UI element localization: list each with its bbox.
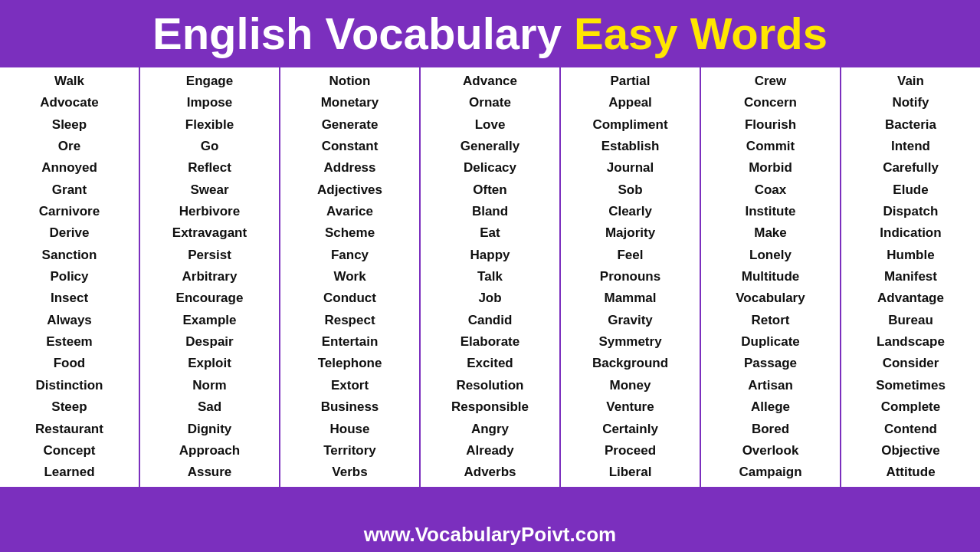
word-item: Elude	[890, 179, 931, 201]
word-item: Advantage	[874, 288, 947, 309]
title-white: English Vocabulary	[152, 8, 574, 58]
column-6: CrewConcernFlourishCommitMorbidCoaxInsti…	[701, 67, 841, 487]
word-item: Advance	[460, 71, 520, 92]
column-4: AdvanceOrnateLoveGenerallyDelicacyOftenB…	[421, 67, 561, 487]
word-item: Adjectives	[314, 179, 385, 201]
word-item: Mammal	[601, 288, 659, 309]
word-item: Love	[472, 114, 509, 136]
word-item: Approach	[176, 440, 243, 462]
word-item: Morbid	[746, 157, 795, 179]
word-item: Institute	[742, 201, 798, 222]
word-item: Happy	[467, 245, 513, 266]
word-item: Responsible	[448, 396, 532, 418]
word-item: Certainly	[599, 419, 661, 440]
word-item: Bored	[749, 419, 792, 440]
word-item: Bland	[469, 201, 511, 222]
word-item: Territory	[320, 440, 379, 462]
word-item: Respect	[321, 310, 378, 331]
word-item: Gravity	[605, 310, 656, 331]
word-item: House	[327, 419, 373, 440]
word-item: Consider	[880, 353, 942, 374]
word-item: Telephone	[315, 353, 385, 374]
word-item: Sometimes	[873, 375, 949, 396]
footer-url: www.VocabularyPoivt.com	[0, 523, 980, 547]
word-item: Exploit	[185, 353, 234, 374]
footer: www.VocabularyPoivt.com	[0, 517, 980, 552]
word-item: Pronouns	[597, 266, 664, 288]
word-item: Concern	[741, 92, 800, 113]
word-item: Retort	[748, 310, 792, 331]
word-item: Background	[589, 353, 671, 374]
word-item: Norm	[189, 375, 229, 396]
word-item: Derive	[47, 222, 93, 244]
word-item: Job	[475, 288, 504, 309]
word-item: Liberal	[606, 462, 655, 483]
word-item: Example	[180, 310, 240, 331]
word-item: Symmetry	[595, 331, 664, 353]
word-item: Clearly	[605, 201, 655, 222]
word-item: Sleep	[49, 114, 90, 136]
word-item: Candid	[465, 310, 516, 331]
word-item: Reflect	[185, 157, 234, 179]
word-item: Majority	[602, 222, 658, 244]
word-item: Flexible	[182, 114, 237, 136]
word-item: Engage	[183, 71, 236, 92]
word-item: Entertain	[319, 331, 382, 353]
word-item: Swear	[187, 179, 231, 201]
word-item: Bureau	[885, 310, 936, 331]
word-item: Fancy	[328, 245, 372, 266]
word-item: Intend	[888, 136, 933, 157]
column-2: EngageImposeFlexibleGoReflectSwearHerbiv…	[140, 67, 280, 487]
word-item: Persist	[185, 245, 234, 266]
word-item: Grant	[49, 179, 90, 201]
word-item: Generate	[319, 114, 382, 136]
word-item: Advocate	[37, 92, 102, 113]
word-grid: WalkAdvocateSleepOreAnnoyedGrantCarnivor…	[0, 65, 980, 487]
word-item: Campaign	[736, 462, 805, 483]
word-item: Passage	[741, 353, 800, 374]
column-5: PartialAppealComplimentEstablishJournalS…	[561, 67, 701, 487]
word-item: Lonely	[746, 245, 795, 266]
word-item: Resolution	[454, 375, 527, 396]
word-item: Journal	[604, 157, 657, 179]
word-item: Ore	[55, 136, 84, 157]
word-item: Make	[751, 222, 790, 244]
word-item: Already	[463, 440, 516, 462]
word-item: Manifest	[881, 266, 940, 288]
word-item: Scheme	[322, 222, 378, 244]
word-item: Walk	[51, 71, 87, 92]
word-item: Multitude	[739, 266, 803, 288]
word-item: Business	[318, 396, 382, 418]
word-item: Coax	[752, 179, 790, 201]
word-item: Assure	[185, 462, 235, 483]
word-item: Avarice	[323, 201, 376, 222]
word-item: Work	[330, 266, 369, 288]
word-item: Proceed	[601, 440, 659, 462]
word-item: Objective	[878, 440, 943, 462]
word-item: Policy	[47, 266, 91, 288]
word-item: Notify	[889, 92, 932, 113]
word-item: Dispatch	[880, 201, 942, 222]
word-item: Extravagant	[169, 222, 250, 244]
word-item: Concept	[41, 440, 99, 462]
word-item: Impose	[184, 92, 236, 113]
word-item: Carefully	[880, 157, 942, 179]
word-item: Ornate	[466, 92, 514, 113]
word-item: Landscape	[873, 331, 948, 353]
word-item: Vain	[894, 71, 927, 92]
word-item: Feel	[614, 245, 646, 266]
word-item: Generally	[457, 136, 523, 157]
word-item: Overlook	[739, 440, 802, 462]
word-item: Vocabulary	[733, 288, 808, 309]
word-item: Appeal	[605, 92, 655, 113]
word-item: Steep	[48, 396, 90, 418]
word-item: Address	[320, 157, 379, 179]
word-item: Restaurant	[32, 419, 107, 440]
word-item: Verbs	[329, 462, 370, 483]
word-item: Indication	[877, 222, 944, 244]
word-item: Allege	[748, 396, 793, 418]
word-item: Venture	[603, 396, 657, 418]
word-item: Notion	[326, 71, 374, 92]
word-item: Insect	[48, 288, 91, 309]
word-item: Conduct	[320, 288, 379, 309]
